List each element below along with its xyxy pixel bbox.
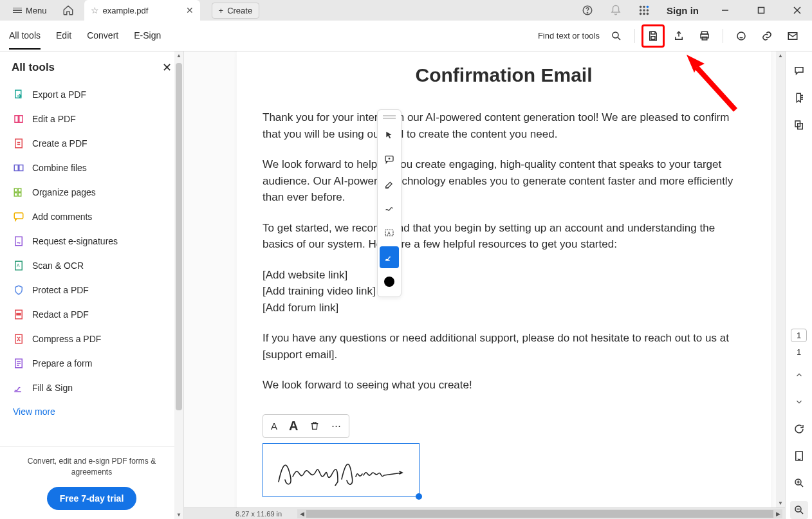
draw-tool[interactable] — [380, 197, 399, 219]
bookmarks-panel-icon[interactable] — [790, 89, 808, 107]
sidebar-item-label: Combine files — [32, 163, 87, 173]
comment-tool[interactable] — [380, 149, 399, 170]
sidebar-item-label: Redact a PDF — [32, 309, 89, 320]
sidebar-item-request-e-signatures[interactable]: Request e-signatures — [5, 229, 178, 253]
scroll-thumb[interactable] — [176, 63, 182, 410]
email-icon[interactable] — [781, 24, 804, 48]
pdf-page[interactable]: Confirmation Email Thank you for your in… — [237, 51, 771, 507]
scroll-up-icon[interactable]: ▲ — [776, 53, 785, 59]
sidebar-item-protect-a-pdf[interactable]: Protect a PDF — [5, 278, 178, 302]
sidebar-item-organize-pages[interactable]: Organize pages — [5, 180, 178, 205]
tab-esign[interactable]: E-Sign — [134, 23, 161, 50]
title-bar: Menu ☆ example.pdf ✕ + Create Sign in — [0, 0, 812, 21]
comments-panel-icon[interactable] — [790, 62, 808, 80]
sidebar-item-fill-sign[interactable]: Fill & Sign — [5, 376, 178, 400]
menu-button[interactable]: Menu — [8, 3, 52, 18]
svg-point-22 — [737, 32, 745, 40]
total-pages: 1 — [797, 347, 801, 357]
zoom-in-icon[interactable] — [790, 474, 808, 492]
textbox-tool[interactable]: A — [380, 222, 399, 244]
print-icon[interactable] — [693, 24, 716, 48]
apps-icon[interactable] — [633, 0, 655, 21]
share-upload-icon[interactable] — [667, 24, 690, 48]
sidebar-item-combine-files[interactable]: Combine files — [5, 156, 178, 180]
scroll-down-icon[interactable]: ▼ — [776, 500, 785, 506]
color-picker[interactable] — [380, 271, 399, 293]
sidebar-item-add-comments[interactable]: Add comments — [5, 205, 178, 229]
sidebar-item-label: Export a PDF — [32, 89, 86, 100]
page-dimensions: 8.27 x 11.69 in — [223, 510, 295, 518]
zoom-out-icon[interactable] — [790, 501, 808, 519]
svg-point-7 — [647, 9, 649, 12]
scroll-left-icon[interactable]: ◀ — [297, 509, 306, 518]
doc-paragraph: If you have any questions or need additi… — [263, 330, 745, 363]
tab-close-icon[interactable]: ✕ — [186, 5, 194, 15]
sidebar-item-label: Add comments — [32, 212, 92, 222]
search-icon[interactable] — [605, 24, 628, 48]
resize-handle[interactable] — [416, 493, 422, 500]
svg-rect-39 — [17, 314, 21, 315]
doc-placeholder-link: [Add training video link] — [263, 283, 745, 300]
page-up-icon[interactable] — [790, 366, 808, 384]
sidebar-item-redact-a-pdf[interactable]: Redact a PDF — [5, 302, 178, 327]
highlight-tool[interactable] — [380, 173, 399, 195]
signature-field[interactable] — [263, 443, 420, 497]
signin-button[interactable]: Sign in — [661, 5, 704, 16]
tab-convert[interactable]: Convert — [87, 23, 118, 50]
doc-vertical-scrollbar[interactable]: ▲ ▼ — [776, 51, 785, 507]
tab-all-tools[interactable]: All tools — [9, 23, 41, 50]
sign-tool[interactable] — [380, 246, 399, 268]
sidebar-item-edit-a-pdf[interactable]: Edit a PDF — [5, 107, 178, 131]
toolbar-drag-handle[interactable] — [383, 115, 396, 119]
more-options-button[interactable]: ⋯ — [331, 420, 341, 432]
font-smaller-button[interactable]: A — [271, 421, 277, 432]
notification-icon[interactable] — [605, 0, 627, 21]
font-larger-button[interactable]: A — [289, 419, 298, 433]
signature-image — [273, 451, 409, 489]
window-minimize[interactable] — [710, 0, 740, 21]
star-icon[interactable]: ☆ — [91, 5, 99, 15]
horizontal-scrollbar[interactable]: ◀ ▶ — [297, 509, 782, 518]
svg-text:A: A — [17, 263, 20, 268]
hscroll-thumb[interactable] — [306, 510, 773, 518]
window-close[interactable] — [782, 0, 812, 21]
trial-button[interactable]: Free 7-day trial — [47, 487, 137, 510]
scroll-right-icon[interactable]: ▶ — [773, 509, 782, 518]
current-page-input[interactable]: 1 — [791, 329, 807, 342]
svg-rect-35 — [15, 237, 23, 246]
sidebar-item-scan-ocr[interactable]: AScan & OCR — [5, 253, 178, 278]
sidebar-scrollbar[interactable]: ▲ ▼ — [174, 51, 183, 519]
sidebar-item-create-a-pdf[interactable]: Create a PDF — [5, 131, 178, 156]
ai-assistant-icon[interactable] — [730, 24, 753, 48]
rotate-icon[interactable] — [790, 420, 808, 438]
save-button[interactable] — [641, 24, 665, 48]
sidebar-item-export-a-pdf[interactable]: Export a PDF — [5, 82, 178, 107]
secondary-toolbar: All tools Edit Convert E-Sign Find text … — [0, 21, 812, 51]
document-tab[interactable]: ☆ example.pdf ✕ — [84, 0, 200, 21]
sidebar-item-compress-a-pdf[interactable]: Compress a PDF — [5, 327, 178, 351]
home-button[interactable] — [62, 5, 74, 16]
svg-rect-33 — [18, 193, 21, 196]
signature-toolbar: A A ⋯ — [263, 414, 349, 438]
fillsign-icon — [13, 382, 24, 394]
select-tool[interactable] — [380, 124, 399, 146]
thumbnails-panel-icon[interactable] — [790, 116, 808, 134]
page-down-icon[interactable] — [790, 393, 808, 411]
scroll-up-icon[interactable]: ▲ — [174, 53, 183, 59]
sidebar-close-icon[interactable]: ✕ — [162, 60, 172, 75]
create-pdf-icon — [13, 138, 24, 149]
create-button[interactable]: + Create — [212, 3, 260, 19]
fit-page-icon[interactable] — [790, 447, 808, 465]
tab-edit[interactable]: Edit — [56, 23, 71, 50]
link-icon[interactable] — [755, 24, 779, 48]
sidebar-item-prepare-a-form[interactable]: Prepare a form — [5, 351, 178, 376]
svg-rect-34 — [14, 213, 23, 219]
delete-signature-button[interactable] — [309, 421, 320, 431]
quick-tools-toolbar[interactable]: A — [377, 109, 401, 297]
svg-rect-31 — [18, 188, 21, 192]
view-more-link[interactable]: View more — [0, 400, 183, 423]
compress-icon — [13, 333, 24, 345]
help-icon[interactable] — [577, 0, 598, 21]
scroll-down-icon[interactable]: ▼ — [174, 512, 183, 518]
window-maximize[interactable] — [746, 0, 776, 21]
